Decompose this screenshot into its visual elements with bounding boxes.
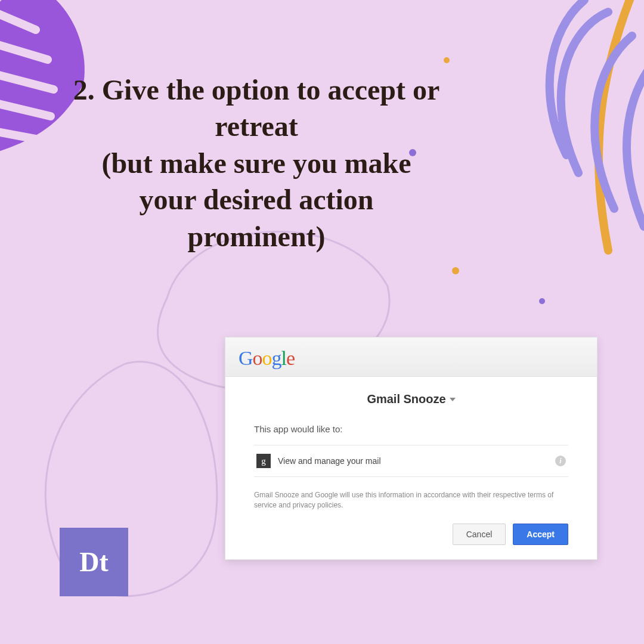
info-icon[interactable]: i — [555, 456, 566, 466]
permission-row: g View and manage your mail i — [254, 445, 568, 477]
accept-button[interactable]: Accept — [513, 524, 568, 545]
brand-badge: Dt — [60, 528, 128, 596]
google-permission-dialog: Google Gmail Snooze This app would like … — [225, 337, 597, 560]
chevron-down-icon — [450, 398, 456, 401]
app-title-row[interactable]: Gmail Snooze — [254, 392, 568, 406]
dialog-actions: Cancel Accept — [254, 524, 568, 545]
brand-badge-text: Dt — [79, 546, 109, 578]
decor-leaves-right — [429, 0, 644, 286]
google-g-icon: g — [256, 454, 271, 468]
page-tip-heading: 2. Give the option to accept or retreat(… — [72, 72, 441, 255]
app-title-text: Gmail Snooze — [367, 392, 445, 406]
permission-prompt: This app would like to: — [254, 424, 568, 434]
cancel-button[interactable]: Cancel — [453, 524, 506, 545]
permission-text: View and manage your mail — [278, 456, 548, 466]
google-logo: Google — [239, 347, 295, 370]
decor-dot — [444, 57, 450, 63]
dialog-body: Gmail Snooze This app would like to: g V… — [225, 377, 597, 559]
decor-dot — [452, 267, 459, 274]
disclaimer-text: Gmail Snooze and Google will use this in… — [254, 490, 568, 510]
decor-dot — [539, 298, 545, 304]
dialog-header: Google — [225, 338, 597, 377]
